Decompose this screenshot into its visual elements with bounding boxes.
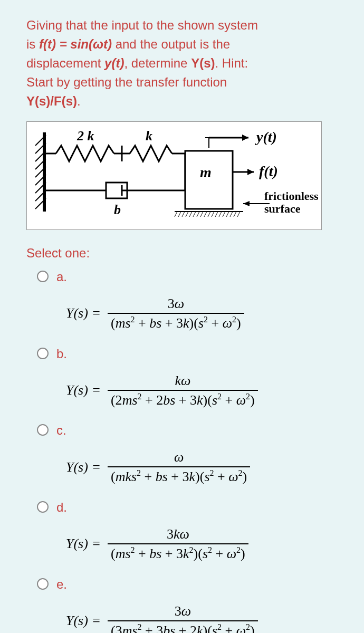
svg-marker-47 — [243, 201, 250, 206]
formula-b: Y(s) = kω (2ms2 + 2bs + 3k)(s2 + ω2) — [26, 372, 338, 409]
option-e[interactable]: e. — [26, 576, 338, 592]
formula-e: Y(s) = 3ω (3ms2 + 3bs + 2k)(s2 + ω2) — [26, 602, 338, 633]
svg-line-37 — [230, 212, 233, 217]
q-line1: Giving that the input to the shown syste… — [26, 18, 258, 32]
label-frictionless: frictionless — [264, 189, 319, 203]
fraction-e: 3ω (3ms2 + 3bs + 2k)(s2 + ω2) — [108, 602, 258, 633]
num-a: 3ω — [108, 295, 244, 314]
diagram-svg: 2 k k b m — [27, 122, 322, 227]
label-2k: 2 k — [76, 128, 94, 143]
ys-e: Y(s) = — [66, 613, 101, 629]
ys-c: Y(s) = — [66, 459, 101, 475]
formula-c: Y(s) = ω (mks2 + bs + 3k)(s2 + ω2) — [26, 448, 338, 486]
svg-line-36 — [226, 212, 229, 217]
q-line3-pre: displacement — [26, 56, 104, 70]
num-b: kω — [108, 372, 258, 391]
q-line5: Y(s)/F(s) — [26, 94, 77, 108]
svg-line-30 — [204, 212, 207, 217]
label-ft: f(t) — [259, 163, 278, 179]
q-line2-bold: f(t) = sin(ωt) — [39, 37, 112, 51]
label-m: m — [200, 164, 212, 180]
svg-marker-43 — [242, 135, 248, 141]
svg-line-24 — [182, 212, 185, 217]
option-a-label: a. — [56, 270, 67, 284]
den-b: (2ms2 + 2bs + 3k)(s2 + ω2) — [108, 391, 258, 409]
select-one-text: Select one: — [26, 246, 338, 261]
fraction-b: kω (2ms2 + 2bs + 3k)(s2 + ω2) — [108, 372, 258, 409]
svg-line-35 — [223, 212, 225, 217]
num-e: 3ω — [108, 602, 258, 621]
svg-line-27 — [193, 212, 196, 217]
question-text: Giving that the input to the shown syste… — [26, 16, 338, 111]
svg-line-38 — [234, 212, 236, 217]
den-c: (mks2 + bs + 3k)(s2 + ω2) — [108, 467, 250, 486]
ys-a: Y(s) = — [66, 305, 101, 321]
label-k: k — [146, 128, 152, 143]
den-a: (ms2 + bs + 3k)(s2 + ω2) — [108, 314, 244, 332]
option-d-label: d. — [56, 500, 67, 515]
svg-marker-45 — [247, 169, 254, 175]
fraction-d: 3kω (ms2 + bs + 3k2)(s2 + ω2) — [108, 525, 248, 563]
option-b[interactable]: b. — [26, 346, 338, 361]
option-b-label: b. — [56, 347, 67, 361]
svg-line-25 — [186, 212, 188, 217]
svg-line-34 — [219, 212, 222, 217]
q-line5-post: . — [77, 94, 81, 108]
q-line4: Start by getting the transfer function — [26, 75, 227, 89]
fraction-c: ω (mks2 + bs + 3k)(s2 + ω2) — [108, 448, 250, 486]
svg-line-26 — [189, 212, 192, 217]
svg-line-29 — [200, 212, 203, 217]
fraction-a: 3ω (ms2 + bs + 3k)(s2 + ω2) — [108, 295, 244, 332]
svg-line-22 — [175, 212, 177, 217]
q-line2-post: and the output is the — [112, 37, 230, 51]
label-surface: surface — [264, 202, 301, 215]
ys-b: Y(s) = — [66, 382, 101, 398]
svg-line-33 — [215, 212, 218, 217]
svg-line-39 — [237, 212, 240, 217]
svg-line-31 — [208, 212, 210, 217]
label-yt: y(t) — [255, 129, 277, 145]
radio-d[interactable] — [37, 501, 49, 513]
num-c: ω — [108, 448, 250, 467]
option-c-label: c. — [56, 423, 66, 438]
ys-d: Y(s) = — [66, 536, 101, 552]
label-b: b — [114, 202, 121, 217]
q-line3-bold: y(t) — [104, 56, 124, 70]
den-d: (ms2 + bs + 3k2)(s2 + ω2) — [108, 544, 248, 563]
option-c[interactable]: c. — [26, 422, 338, 438]
option-d[interactable]: d. — [26, 499, 338, 515]
svg-line-28 — [197, 212, 199, 217]
num-d: 3kω — [108, 525, 248, 544]
den-e: (3ms2 + 3bs + 2k)(s2 + ω2) — [108, 621, 258, 633]
option-a[interactable]: a. — [26, 268, 338, 284]
formula-a: Y(s) = 3ω (ms2 + bs + 3k)(s2 + ω2) — [26, 295, 338, 332]
svg-line-32 — [212, 212, 214, 217]
radio-c[interactable] — [37, 424, 49, 436]
question-container: Giving that the input to the shown syste… — [11, 11, 353, 633]
radio-a[interactable] — [37, 271, 49, 282]
option-e-label: e. — [56, 577, 67, 592]
svg-line-23 — [178, 212, 181, 217]
system-diagram: 2 k k b m — [26, 121, 322, 230]
q-line3-mid: , determine — [124, 56, 191, 70]
q-line3-bold2: Y(s) — [191, 56, 215, 70]
radio-e[interactable] — [37, 578, 49, 590]
q-line3-post: . Hint: — [215, 56, 248, 70]
q-line2-pre: is — [26, 37, 39, 51]
formula-d: Y(s) = 3kω (ms2 + bs + 3k2)(s2 + ω2) — [26, 525, 338, 563]
radio-b[interactable] — [37, 348, 49, 359]
